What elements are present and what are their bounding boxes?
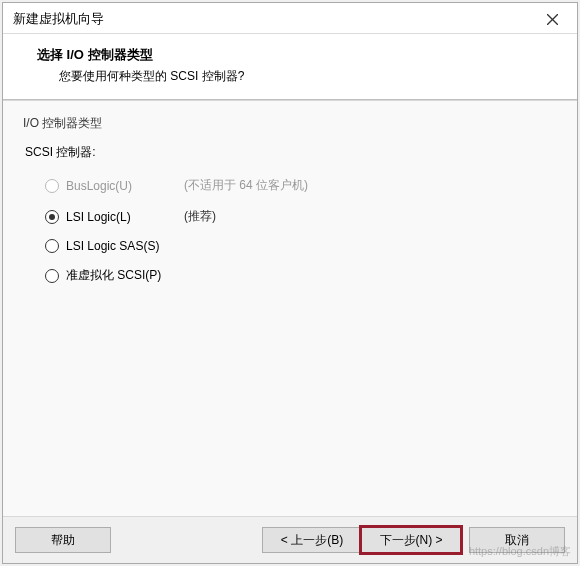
- radio-icon: [45, 179, 59, 193]
- nav-button-group: < 上一步(B) 下一步(N) >: [262, 527, 461, 553]
- radio-icon: [45, 239, 59, 253]
- cancel-button[interactable]: 取消: [469, 527, 565, 553]
- radio-label: LSI Logic SAS(S): [66, 239, 176, 253]
- header-title: 选择 I/O 控制器类型: [37, 46, 559, 64]
- help-button[interactable]: 帮助: [15, 527, 111, 553]
- radio-list: BusLogic(U) (不适用于 64 位客户机) LSI Logic(L) …: [23, 177, 557, 284]
- title-bar: 新建虚拟机向导: [3, 3, 577, 34]
- radio-icon: [45, 210, 59, 224]
- radio-label: 准虚拟化 SCSI(P): [66, 267, 176, 284]
- back-button[interactable]: < 上一步(B): [262, 527, 362, 553]
- radio-label: BusLogic(U): [66, 179, 176, 193]
- radio-option-pvscsi[interactable]: 准虚拟化 SCSI(P): [45, 267, 557, 284]
- footer: 帮助 < 上一步(B) 下一步(N) > 取消: [3, 517, 577, 563]
- radio-option-lsilogic[interactable]: LSI Logic(L) (推荐): [45, 208, 557, 225]
- next-button[interactable]: 下一步(N) >: [361, 527, 461, 553]
- radio-option-buslogic: BusLogic(U) (不适用于 64 位客户机): [45, 177, 557, 194]
- scsi-label: SCSI 控制器:: [25, 144, 557, 161]
- window-title: 新建虚拟机向导: [13, 10, 104, 28]
- radio-note: (推荐): [184, 208, 216, 225]
- wizard-dialog: 新建虚拟机向导 选择 I/O 控制器类型 您要使用何种类型的 SCSI 控制器?…: [2, 2, 578, 564]
- close-icon: [547, 14, 558, 25]
- close-button[interactable]: [537, 9, 567, 29]
- group-title: I/O 控制器类型: [23, 115, 557, 132]
- header-section: 选择 I/O 控制器类型 您要使用何种类型的 SCSI 控制器?: [3, 34, 577, 100]
- radio-note: (不适用于 64 位客户机): [184, 177, 308, 194]
- header-subtitle: 您要使用何种类型的 SCSI 控制器?: [37, 68, 559, 85]
- radio-icon: [45, 269, 59, 283]
- radio-option-lsilogic-sas[interactable]: LSI Logic SAS(S): [45, 239, 557, 253]
- content-section: I/O 控制器类型 SCSI 控制器: BusLogic(U) (不适用于 64…: [3, 100, 577, 517]
- radio-label: LSI Logic(L): [66, 210, 176, 224]
